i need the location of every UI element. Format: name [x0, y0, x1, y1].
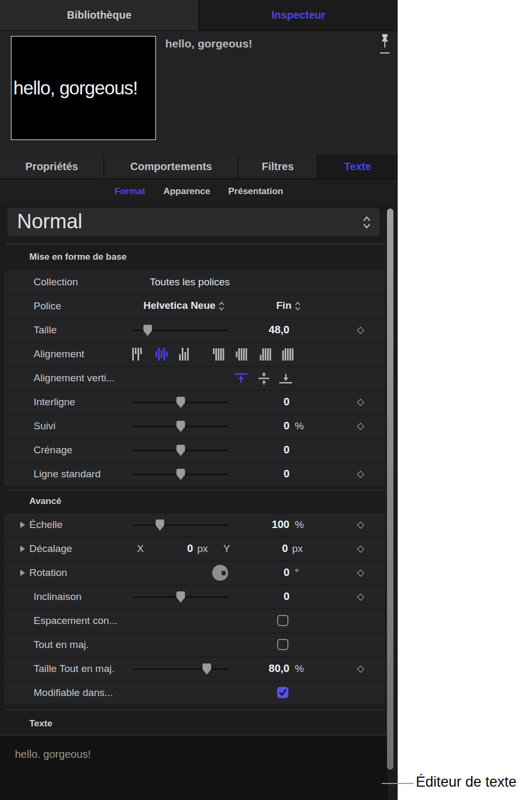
crenage-slider[interactable] — [133, 450, 228, 451]
valign-middle-icon[interactable] — [256, 372, 271, 385]
disclosure-triangle-icon[interactable] — [20, 522, 25, 528]
row-police: Police Helvetica Neue Fin — [4, 295, 385, 318]
subtab-format[interactable]: Format — [115, 186, 146, 197]
style-preset-select[interactable]: Normal — [7, 208, 380, 236]
ligne-standard-value[interactable]: 0 — [224, 468, 289, 480]
subtab-presentation[interactable]: Présentation — [228, 186, 283, 197]
tab-comportements[interactable]: Comportements — [104, 155, 239, 179]
justify-last-right-icon[interactable] — [260, 347, 272, 362]
subtab-apparence[interactable]: Apparence — [163, 186, 210, 197]
align-center-icon-selected[interactable] — [155, 347, 168, 362]
decalage-label: Décalage — [29, 543, 72, 555]
interligne-value[interactable]: 0 — [224, 396, 289, 408]
valign-top-icon-selected[interactable] — [233, 372, 248, 385]
keyframe-diamond-icon[interactable] — [356, 422, 365, 431]
tab-texte[interactable]: Texte — [318, 155, 398, 179]
scrollbar[interactable] — [387, 209, 393, 770]
keyframe-diamond-icon[interactable] — [356, 521, 365, 530]
slider-handle[interactable] — [143, 325, 152, 336]
justify-last-left-icon[interactable] — [213, 347, 225, 362]
slider-handle[interactable] — [176, 421, 185, 432]
ligne-standard-slider[interactable] — [133, 474, 228, 475]
text-editor-content[interactable]: hello. gorgeous! — [15, 748, 91, 761]
inclinaison-value[interactable]: 0 — [224, 590, 289, 603]
echelle-unit: % — [295, 519, 304, 531]
echelle-slider[interactable] — [133, 524, 228, 526]
rotation-unit: ° — [295, 567, 299, 579]
row-collection: Collection Toutes les polices — [4, 271, 385, 294]
tout-en-maj-checkbox-unchecked[interactable] — [277, 639, 288, 650]
modifiable-checkbox-checked[interactable] — [277, 687, 288, 698]
slider-handle[interactable] — [203, 663, 211, 675]
preview-text: hello, gorgeous! — [12, 77, 138, 99]
slider-handle[interactable] — [176, 469, 185, 480]
font-family-value: Helvetica Neue — [143, 300, 215, 311]
row-espacement: Espacement con... — [4, 610, 385, 633]
font-face-dropdown[interactable]: Fin — [259, 300, 318, 311]
align-right-icon[interactable] — [179, 347, 189, 362]
taille-maj-unit: % — [295, 663, 304, 675]
tab-inspecteur[interactable]: Inspecteur — [199, 0, 398, 30]
keyframe-diamond-icon[interactable] — [356, 593, 365, 602]
keyframe-diamond-icon[interactable] — [356, 665, 365, 674]
slider-handle[interactable] — [176, 445, 185, 456]
valign-bottom-icon[interactable] — [278, 372, 293, 385]
echelle-label: Échelle — [29, 519, 62, 531]
inspector-panel: Bibliothèque Inspecteur hello, gorgeous!… — [0, 0, 398, 800]
section-title-texte: Texte — [29, 718, 52, 729]
chevron-up-down-icon — [219, 301, 224, 311]
keyframe-diamond-icon[interactable] — [356, 545, 365, 554]
suivi-value[interactable]: 0 — [224, 420, 289, 432]
keyframe-diamond-icon[interactable] — [356, 326, 365, 335]
taille-maj-slider[interactable] — [133, 668, 228, 670]
tab-filtres[interactable]: Filtres — [239, 155, 318, 179]
crenage-value[interactable]: 0 — [224, 444, 289, 456]
police-label: Police — [34, 300, 61, 312]
alignement-label: Alignement — [34, 348, 84, 360]
row-ligne-standard: Ligne standard 0 — [4, 463, 385, 486]
disclosure-triangle-icon[interactable] — [20, 546, 25, 552]
divider — [5, 244, 385, 244]
slider-handle[interactable] — [176, 397, 185, 408]
inclinaison-label: Inclinaison — [34, 591, 82, 603]
row-modifiable: Modifiable dans... — [4, 682, 385, 705]
tab-bibliotheque[interactable]: Bibliothèque — [0, 0, 199, 30]
taille-maj-value[interactable]: 80,0 — [224, 662, 289, 675]
divider — [5, 490, 385, 491]
keyframe-diamond-icon[interactable] — [356, 569, 365, 578]
justify-last-center-icon[interactable] — [236, 347, 248, 362]
decalage-x-value[interactable]: 0 — [160, 542, 193, 555]
justify-full-icon[interactable] — [282, 347, 294, 362]
style-preset-value: Normal — [17, 210, 82, 233]
row-alignement: Alignement — [4, 343, 385, 366]
taille-value[interactable]: 48,0 — [224, 324, 289, 336]
collection-label: Collection — [34, 276, 78, 288]
disclosure-triangle-icon[interactable] — [20, 570, 25, 576]
align-left-icon[interactable] — [132, 347, 142, 362]
checkmark-icon — [278, 688, 287, 697]
row-rotation: Rotation 0 ° — [4, 562, 385, 585]
text-editor[interactable]: hello. gorgeous! — [0, 735, 388, 800]
taille-slider[interactable] — [133, 330, 228, 331]
ligne-standard-label: Ligne standard — [34, 468, 101, 480]
keyframe-diamond-icon[interactable] — [356, 398, 365, 407]
suivi-slider[interactable] — [133, 426, 228, 427]
collection-value[interactable]: Toutes les polices — [123, 276, 257, 288]
keyframe-diamond-icon[interactable] — [356, 470, 365, 479]
slider-handle[interactable] — [176, 591, 185, 603]
font-family-dropdown[interactable]: Helvetica Neue — [123, 300, 245, 311]
interligne-slider[interactable] — [133, 402, 228, 403]
inclinaison-slider[interactable] — [133, 596, 228, 598]
rotation-value[interactable]: 0 — [224, 566, 289, 579]
decalage-y-value[interactable]: 0 — [251, 542, 288, 555]
chevron-up-down-icon — [295, 301, 301, 311]
slider-handle[interactable] — [156, 519, 164, 531]
tab-proprietes[interactable]: Propriétés — [0, 155, 104, 179]
pin-icon[interactable] — [378, 33, 392, 59]
echelle-value[interactable]: 100 — [224, 518, 289, 531]
row-taille: Taille 48,0 — [4, 319, 385, 342]
espacement-checkbox-unchecked[interactable] — [277, 615, 288, 626]
row-inclinaison: Inclinaison 0 — [4, 586, 385, 609]
chevron-up-down-icon — [362, 215, 371, 230]
section-title-advanced: Avancé — [29, 496, 61, 507]
